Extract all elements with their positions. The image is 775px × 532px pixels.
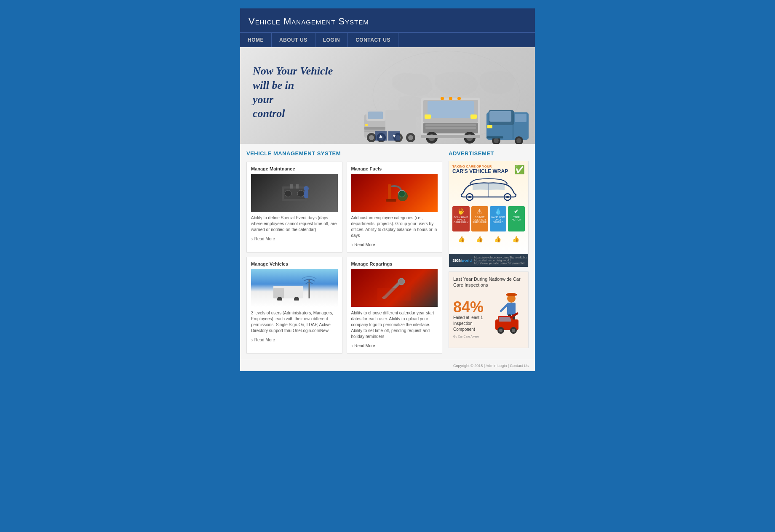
svg-rect-15 bbox=[365, 124, 368, 126]
vehicles-read-more[interactable]: Read More bbox=[251, 336, 338, 343]
ad-col-green-label: TAKE ACTION bbox=[509, 216, 524, 221]
svg-rect-52 bbox=[386, 199, 396, 202]
site-header: Vehicle Management System bbox=[240, 8, 535, 32]
repairs-card-desc: Ability to choose different calendar yea… bbox=[351, 310, 438, 340]
thumb-green-icon: 👍 bbox=[512, 236, 519, 242]
wrench-icon bbox=[377, 275, 411, 301]
maintenance-image bbox=[251, 174, 338, 212]
repairs-read-more[interactable]: Read More bbox=[351, 342, 438, 349]
action-icon: ✔ bbox=[514, 208, 519, 215]
maintenance-card: Manage Maintnance bbox=[246, 162, 342, 253]
svg-rect-40 bbox=[486, 136, 503, 138]
ad-wrap-header: TAKING CARE OF YOUR CAR'S VEHICLE WRAP ✅ bbox=[452, 165, 525, 175]
svg-point-39 bbox=[516, 138, 521, 143]
vehicles-card: Manage Vehicles bbox=[246, 257, 342, 354]
vehicles-card-desc: 3 levels of users (Administrators, Manag… bbox=[251, 310, 338, 334]
svg-rect-61 bbox=[377, 288, 411, 301]
vehicle-wrap-content: TAKING CARE OF YOUR CAR'S VEHICLE WRAP ✅ bbox=[449, 161, 528, 254]
svg-rect-76 bbox=[499, 317, 511, 322]
svg-point-45 bbox=[285, 190, 291, 197]
svg-rect-51 bbox=[388, 184, 391, 201]
hero-controls: ▲ ▼ bbox=[375, 131, 400, 141]
fuel-pump-icon bbox=[377, 180, 411, 205]
car-care-header: Last Year During Nationwide Car Care Ins… bbox=[453, 276, 524, 288]
car-outline-svg bbox=[455, 178, 522, 201]
vehicle-wrap-ad: TAKING CARE OF YOUR CAR'S VEHICLE WRAP ✅ bbox=[449, 161, 529, 267]
maintenance-read-more[interactable]: Read More bbox=[251, 235, 338, 242]
svg-rect-27 bbox=[470, 114, 477, 119]
fuels-read-more[interactable]: Read More bbox=[351, 241, 438, 248]
svg-rect-73 bbox=[506, 294, 517, 295]
svg-point-54 bbox=[398, 191, 408, 201]
svg-rect-13 bbox=[364, 127, 385, 130]
signworld-bar: SIGNworld https://www.facebook.com/Signw… bbox=[449, 254, 528, 267]
truck-big-icon bbox=[417, 89, 484, 144]
thumb-red-icon: 👍 bbox=[458, 236, 465, 242]
vms-section-title: VEHICLE MANAGEMENT SYSTEM bbox=[246, 150, 442, 157]
nav-item-contact[interactable]: CONTACT US bbox=[348, 33, 398, 47]
svg-rect-21 bbox=[425, 127, 476, 129]
svg-point-30 bbox=[449, 97, 452, 100]
ad-columns: 🖐 ONLY HAND WASH CAREFULLY ⚠ DO NOT USE … bbox=[452, 206, 525, 231]
signworld-logo: SIGNworld bbox=[452, 258, 472, 263]
signworld-links: https://www.facebook.com/Signworld.biz h… bbox=[474, 256, 527, 265]
nav-item-about[interactable]: ABOUT US bbox=[272, 33, 315, 47]
repairs-card: Manage Reparings Ability to choose diffe… bbox=[347, 257, 443, 354]
svg-rect-34 bbox=[489, 111, 511, 122]
svg-point-46 bbox=[297, 190, 304, 197]
car-care-illustration bbox=[494, 290, 524, 338]
hero-banner: Now Your Vehicle will be in your control bbox=[240, 47, 535, 144]
svg-rect-26 bbox=[425, 114, 431, 119]
svg-rect-47 bbox=[290, 184, 293, 189]
ad-col-green: ✔ TAKE ACTION bbox=[508, 206, 525, 231]
svg-rect-20 bbox=[425, 124, 476, 126]
fuels-card-title: Manage Fuels bbox=[351, 166, 438, 171]
ad-col-orange: ⚠ DO NOT USE HIGH PRESSURE bbox=[471, 206, 488, 231]
car-care-content: Last Year During Nationwide Car Care Ins… bbox=[449, 272, 528, 348]
hero-next-button[interactable]: ▼ bbox=[388, 131, 400, 141]
ad-col-blue: 💧 HAND WAX ONLY NEEDED bbox=[490, 206, 507, 231]
thumb-blue-icon: 👍 bbox=[494, 236, 501, 242]
vehicles-card-title: Manage Vehicles bbox=[251, 261, 338, 266]
svg-rect-50 bbox=[304, 191, 308, 198]
pressure-icon: ⚠ bbox=[477, 208, 482, 215]
nav-item-login[interactable]: LOGIN bbox=[315, 33, 348, 47]
cards-grid: Manage Maintnance bbox=[246, 162, 442, 354]
repairs-image bbox=[351, 269, 438, 307]
vehicles-image bbox=[251, 269, 338, 307]
thumbs-row: 👍 👍 👍 👍 bbox=[452, 234, 525, 244]
svg-line-69 bbox=[501, 305, 507, 311]
fuels-card: Manage Fuels Add custom employee cate bbox=[347, 162, 443, 253]
page-wrapper: Vehicle Management System HOME ABOUT US … bbox=[240, 8, 535, 371]
ad-col-red-label: ONLY HAND WASH CAREFULLY bbox=[454, 216, 468, 223]
page-footer: Copyright © 2015 | Admin Login | Contact… bbox=[240, 360, 535, 371]
mechanic-car-icon bbox=[494, 290, 524, 336]
ad-col-red: 🖐 ONLY HAND WASH CAREFULLY bbox=[452, 206, 470, 231]
left-section: VEHICLE MANAGEMENT SYSTEM Manage Maintna… bbox=[246, 150, 442, 354]
ad-wrap-title: CAR'S VEHICLE WRAP bbox=[452, 168, 508, 174]
svg-point-49 bbox=[304, 186, 309, 191]
maintenance-card-title: Manage Maintnance bbox=[251, 166, 338, 171]
car-care-desc: Failed at least 1 Inspection Component bbox=[453, 315, 494, 332]
svg-point-31 bbox=[457, 97, 461, 100]
car-outline-icon bbox=[452, 178, 525, 203]
fuels-card-desc: Add custom employee categories (i.e., de… bbox=[351, 215, 438, 239]
svg-point-78 bbox=[499, 329, 502, 332]
nav-item-home[interactable]: HOME bbox=[240, 33, 272, 47]
nav-bar: HOME ABOUT US LOGIN CONTACT US bbox=[240, 32, 535, 47]
svg-point-65 bbox=[506, 196, 509, 198]
ad-wrap-titles: TAKING CARE OF YOUR CAR'S VEHICLE WRAP bbox=[452, 165, 508, 174]
car-care-ad: Last Year During Nationwide Car Care Ins… bbox=[449, 271, 529, 348]
svg-rect-68 bbox=[507, 303, 516, 315]
svg-point-63 bbox=[468, 196, 471, 198]
svg-rect-41 bbox=[487, 125, 492, 128]
fuels-image bbox=[351, 174, 438, 212]
svg-rect-35 bbox=[515, 114, 526, 122]
svg-rect-56 bbox=[273, 288, 284, 298]
svg-point-12 bbox=[408, 135, 413, 140]
svg-point-80 bbox=[512, 329, 515, 332]
ad-wrap-subtitle: TAKING CARE OF YOUR bbox=[452, 165, 508, 168]
hero-prev-button[interactable]: ▲ bbox=[375, 131, 387, 141]
ad-section-title: ADVERTISEMET bbox=[449, 150, 529, 157]
truck-signal-icon bbox=[271, 275, 318, 301]
